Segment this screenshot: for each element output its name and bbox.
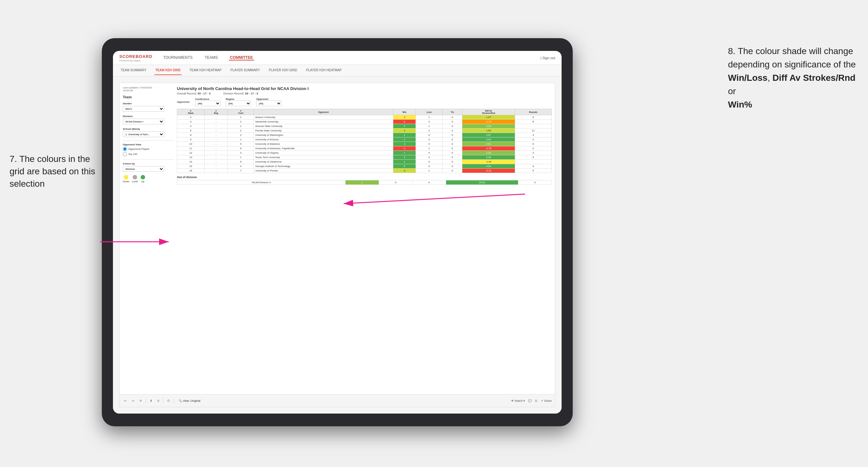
cell-tie: 0 (442, 120, 462, 124)
cell-reg: - (204, 115, 227, 120)
legend-dot-up (141, 175, 145, 179)
toolbar-sep1 (146, 398, 146, 403)
table-row: 12 - 3 University of Virginia 1 0 0 2.33… (177, 151, 552, 155)
toolbar-redo[interactable]: ↪ (130, 399, 135, 403)
cell-win: 1 (393, 160, 416, 164)
cell-tie: 0 (442, 115, 462, 120)
cell-rank: 10 (177, 142, 205, 146)
col-opponent: Opponent (254, 109, 393, 115)
school-select[interactable]: 1. University of Nort... (123, 131, 164, 137)
cell-win: 0 (393, 120, 416, 124)
opponent-filter: Opponent (All) (256, 98, 282, 106)
cell-opponent: University of Alabama (254, 142, 393, 146)
colour-legend: Down Level Up (123, 175, 174, 183)
timestamp: Last Updated: 27/03/202416:55:38 (123, 86, 174, 92)
cell-opponent: University of Arizona (254, 137, 393, 142)
cell-rank: 14 (177, 160, 205, 164)
cell-loss: 0 (416, 137, 442, 142)
cell-tie: 0 (442, 155, 462, 160)
division-label: Division (123, 115, 174, 118)
nav-bar: SCOREBOARD Powered by clippd TOURNAMENTS… (113, 51, 562, 65)
cell-win: 5 (393, 164, 416, 168)
legend-up-label: Up (141, 180, 144, 183)
logo-text: SCOREBOARD (119, 54, 152, 59)
cell-tie: 0 (442, 137, 462, 142)
cell-rounds: 9 (515, 115, 551, 120)
nav-committee[interactable]: COMMITTEE (229, 55, 254, 60)
cell-diff: -2.29 (462, 120, 515, 124)
cell-opponent: Georgia Institute of Technology (254, 164, 393, 168)
sub-nav-player-h2h-grid[interactable]: PLAYER H2H GRID (268, 66, 299, 75)
radio-group: Opponents Played Top 100 (123, 147, 174, 156)
opponent-view-label: Opponent View (123, 143, 174, 146)
radio-opponents-played[interactable]: Opponents Played (123, 147, 174, 151)
radio-top100[interactable]: Top 100 (123, 152, 174, 156)
gender-select[interactable]: Men's (123, 106, 164, 112)
sub-nav-team-summary[interactable]: TEAM SUMMARY (119, 66, 148, 75)
nav-links: TOURNAMENTS TEAMS COMMITTEE (162, 55, 540, 60)
toolbar-share[interactable]: ↗ Share (540, 399, 552, 402)
conference-filter: Conference (All) (195, 98, 220, 106)
cell-reg: - (204, 146, 227, 151)
cell-rank: 2 (177, 115, 205, 120)
cell-win: 5 (393, 124, 416, 128)
cell-rank: 6 (177, 128, 205, 133)
cell-tie: 0 (442, 142, 462, 146)
opponent-view-section: Opponent View Opponents Played Top 100 (123, 143, 174, 156)
sub-nav-team-h2h-grid[interactable]: TEAM H2H GRID (154, 66, 182, 75)
sub-nav-player-summary[interactable]: PLAYER SUMMARY (229, 66, 261, 75)
cell-diff: 1.67 (462, 115, 515, 120)
cell-reg: - (204, 151, 227, 155)
nav-tournaments[interactable]: TOURNAMENTS (162, 55, 194, 60)
toolbar-sep3 (174, 398, 174, 403)
overall-record: Overall Record: 89 - 17 - 0 (177, 92, 211, 95)
toolbar-embed[interactable]: ⊡ (535, 399, 537, 402)
table-row: 2 - 1 Auburn University 2 1 0 1.67 9 (177, 115, 552, 120)
sign-out-button[interactable]: | Sign out (540, 56, 555, 60)
colour-by-select[interactable]: Win/loss (123, 166, 164, 172)
logo-area: SCOREBOARD Powered by clippd (119, 54, 152, 62)
cell-rounds (515, 124, 551, 128)
table-row: 11 - 6 University of Arkansas, Fayettevi… (177, 146, 552, 151)
sub-nav-team-h2h-heatmap[interactable]: TEAM H2H HEATMAP (188, 66, 223, 75)
cell-rounds: 3 (515, 146, 551, 151)
cell-conf: 1 (228, 124, 254, 128)
sub-nav-player-h2h-heatmap[interactable]: PLAYER H2H HEATMAP (305, 66, 343, 75)
cell-reg: - (204, 164, 227, 168)
cell-loss: 0 (416, 142, 442, 146)
side-panel: Last Updated: 27/03/202416:55:38 Team Ge… (123, 86, 174, 183)
cell-rank: 15 (177, 164, 205, 168)
nav-teams[interactable]: TEAMS (203, 55, 219, 60)
cell-loss: 0 (416, 155, 442, 160)
cell-diff: -1.00 (462, 160, 515, 164)
table-row: 6 - 2 Florida State University 4 2 0 1.8… (177, 128, 552, 133)
cell-reg: - (204, 142, 227, 146)
toolbar-reset[interactable]: ↺ (138, 399, 143, 403)
legend-down-label: Down (123, 180, 129, 183)
toolbar-watch[interactable]: 👁 Watch ▾ (511, 399, 525, 402)
division-select[interactable]: NCAA Division I (123, 119, 164, 124)
toolbar-undo[interactable]: ↩ (123, 399, 128, 403)
table-row: 16 - 7 University of Florida 3 1 0 -6.62… (177, 168, 552, 173)
logo-sub: Powered by clippd (119, 59, 152, 62)
conference-select[interactable]: (All) (195, 100, 220, 106)
cell-loss: 1 (416, 115, 442, 120)
cell-rank: 16 (177, 168, 205, 173)
table-row: 3 - 2 Vanderbilt University 0 4 0 -2.29 … (177, 120, 552, 124)
cell-conf: 2 (228, 128, 254, 133)
table-row: 8 - 2 University of Washington 1 0 0 3.6… (177, 133, 552, 137)
gender-filter: Gender Men's (123, 102, 174, 112)
cell-diff: 2.28 (462, 124, 515, 128)
toolbar-clock[interactable]: ⏱ (166, 399, 171, 403)
cell-conf: 1 (228, 137, 254, 142)
toolbar-copy[interactable]: ⎘ (156, 399, 160, 403)
legend-dot-level (133, 175, 137, 179)
cell-reg: - (204, 133, 227, 137)
toolbar-download[interactable]: ⬇ (149, 399, 154, 403)
toolbar-comment[interactable]: 💬 (528, 399, 532, 402)
grid-title: University of North Carolina Head-to-Hea… (177, 86, 552, 91)
cell-rounds: 8 (515, 120, 551, 124)
cell-win: 1 (393, 133, 416, 137)
region-select[interactable]: (All) (225, 100, 251, 106)
opponent-select[interactable]: (All) (256, 100, 282, 106)
